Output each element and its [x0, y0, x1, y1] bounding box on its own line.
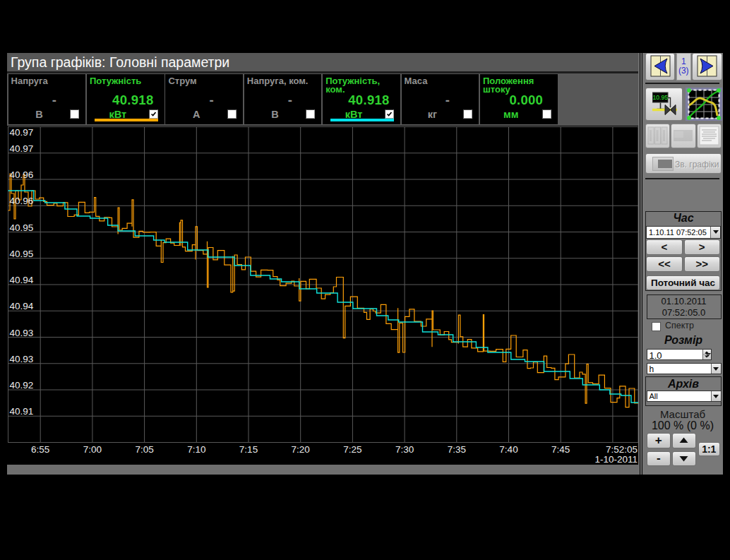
svg-text:10.95: 10.95	[653, 94, 669, 101]
